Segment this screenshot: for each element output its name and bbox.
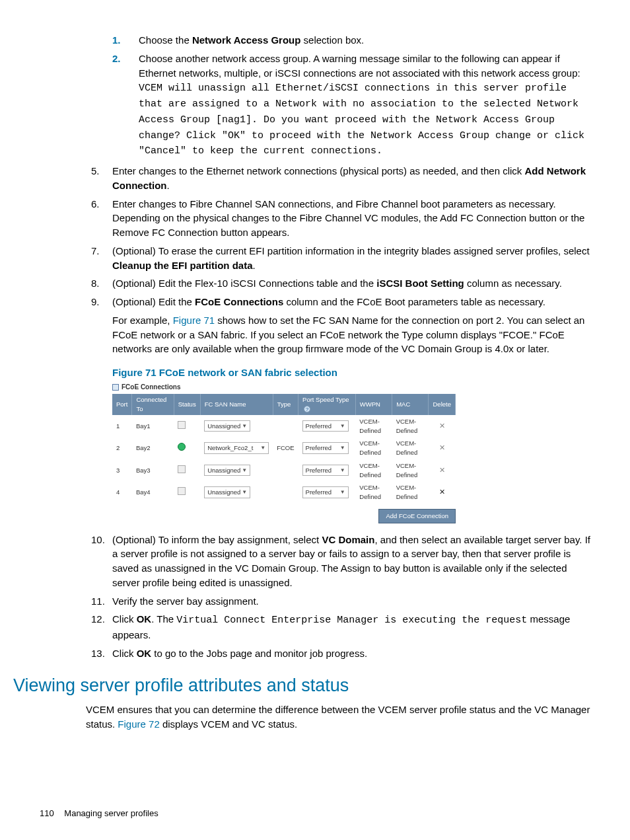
cell-status [174, 481, 200, 504]
cell-wwpn: VCEM-Defined [355, 437, 392, 459]
step: 13.Click OK to go to the Jobs page and m… [40, 646, 590, 661]
fcoe-panel-title: FCoE Connections [112, 383, 590, 393]
delete-icon[interactable]: ✕ [433, 465, 452, 476]
step-number: 6. [91, 197, 100, 211]
delete-icon[interactable]: ✕ [433, 487, 452, 498]
delete-icon[interactable]: ✕ [433, 421, 452, 432]
fcoe-col-header: Connected To [132, 394, 174, 415]
step: 12.Click OK. The Virtual Connect Enterpr… [40, 612, 590, 642]
figure-71: FCoE Connections PortConnected ToStatusF… [112, 383, 590, 523]
fcoe-col-header: Delete [429, 394, 456, 415]
fcoe-col-header: Status [174, 394, 200, 415]
step-list-b: 10.(Optional) To inform the bay assignme… [40, 533, 590, 661]
step-content: (Optional) To erase the current EFI part… [112, 244, 590, 273]
step: 7.(Optional) To erase the current EFI pa… [40, 244, 590, 273]
panel-icon [112, 384, 119, 391]
cell-connected-to: Bay4 [132, 481, 174, 504]
step-number: 13. [91, 646, 105, 661]
port-speed-dropdown[interactable]: Preferred▼ [302, 420, 349, 432]
outer-list: 1.Choose the Network Access Group select… [40, 33, 590, 159]
fcoe-col-header: Port Speed Type? [298, 394, 356, 415]
cell-status [174, 459, 200, 482]
step-list-a: 5.Enter changes to the Ethernet network … [40, 164, 590, 356]
cell-connected-to: Bay3 [132, 459, 174, 482]
fcoe-row: 3Bay3Unassigned▼Preferred▼VCEM-DefinedVC… [112, 459, 456, 482]
chevron-down-icon: ▼ [242, 467, 247, 475]
san-name-dropdown[interactable]: Unassigned▼ [204, 465, 250, 477]
cell-type: FCOE [273, 437, 298, 459]
cell-status [174, 437, 200, 459]
footer-title: Managing server profiles [64, 808, 158, 818]
cell-wwpn: VCEM-Defined [355, 459, 392, 482]
cell-port-speed: Preferred▼ [298, 481, 356, 504]
fcoe-col-header: FC SAN Name [200, 394, 273, 415]
step-4-substeps-container: 1.Choose the Network Access Group select… [40, 33, 590, 159]
step: 9.(Optional) Edit the FCoE Connections c… [40, 295, 590, 356]
cell-mac: VCEM-Defined [392, 415, 429, 438]
step-content: (Optional) Edit the FCoE Connections col… [112, 295, 590, 356]
port-speed-dropdown[interactable]: Preferred▼ [302, 442, 349, 454]
section-heading: Viewing server profile attributes and st… [13, 673, 590, 699]
step-content: Enter changes to the Ethernet network co… [112, 164, 590, 193]
page-number: 110 [40, 808, 54, 818]
cell-port: 2 [112, 437, 132, 459]
sub-step: 2.Choose another network access group. A… [112, 52, 590, 159]
fcoe-table: PortConnected ToStatusFC SAN NameTypePor… [112, 394, 456, 504]
cell-wwpn: VCEM-Defined [355, 415, 392, 438]
chevron-down-icon: ▼ [340, 422, 345, 430]
sub-step-content: Choose the Network Access Group selectio… [139, 33, 590, 48]
panel-title-text: FCoE Connections [122, 383, 180, 393]
add-fcoe-connection-button[interactable]: Add FCoE Connection [378, 509, 456, 523]
section-body: VCEM ensures that you can determine the … [40, 703, 590, 732]
step-number: 10. [91, 533, 105, 547]
figure-caption: Figure 71 FCoE network or SAN fabric sel… [112, 365, 590, 380]
step-number: 12. [91, 612, 105, 627]
fcoe-col-header: WWPN [355, 394, 392, 415]
port-speed-dropdown[interactable]: Preferred▼ [302, 486, 349, 498]
fcoe-row: 1Bay1Unassigned▼Preferred▼VCEM-DefinedVC… [112, 415, 456, 438]
status-unknown-icon [178, 465, 186, 473]
cell-port-speed: Preferred▼ [298, 415, 356, 438]
step-number: 9. [91, 295, 100, 309]
fcoe-col-header: MAC [392, 394, 429, 415]
fcoe-col-header: Type [273, 394, 298, 415]
cell-delete: ✕ [429, 481, 456, 504]
port-speed-dropdown[interactable]: Preferred▼ [302, 465, 349, 477]
status-ok-icon [178, 443, 186, 451]
chevron-down-icon: ▼ [242, 488, 247, 496]
cell-connected-to: Bay2 [132, 437, 174, 459]
step: 5.Enter changes to the Ethernet network … [40, 164, 590, 193]
status-unknown-icon [178, 421, 186, 429]
step-content: (Optional) Edit the Flex-10 iSCSI Connec… [112, 276, 590, 291]
san-name-dropdown[interactable]: Network_Fco2_t▼ [204, 442, 269, 454]
fcoe-table-header-row: PortConnected ToStatusFC SAN NameTypePor… [112, 394, 456, 415]
cell-san-name: Unassigned▼ [200, 481, 273, 504]
step-number: 5. [91, 164, 100, 178]
cell-wwpn: VCEM-Defined [355, 481, 392, 504]
help-icon[interactable]: ? [304, 406, 310, 412]
delete-icon[interactable]: ✕ [433, 443, 452, 453]
step-content: Enter changes to Fibre Channel SAN conne… [112, 197, 590, 240]
cell-port: 3 [112, 459, 132, 482]
fcoe-col-header: Port [112, 394, 132, 415]
chevron-down-icon: ▼ [340, 488, 345, 496]
step-number: 8. [91, 276, 100, 291]
fcoe-row: 2Bay2Network_Fco2_t▼FCOEPreferred▼VCEM-D… [112, 437, 456, 459]
cell-san-name: Unassigned▼ [200, 415, 273, 438]
cell-port-speed: Preferred▼ [298, 437, 356, 459]
sub-step-list: 1.Choose the Network Access Group select… [112, 33, 590, 159]
step-number: 11. [91, 594, 105, 609]
sub-step-number: 2. [112, 52, 121, 66]
step-content: Click OK. The Virtual Connect Enterprise… [112, 612, 590, 642]
cell-type [273, 415, 298, 438]
step: 6.Enter changes to Fibre Channel SAN con… [40, 197, 590, 240]
cell-type [273, 481, 298, 504]
chevron-down-icon: ▼ [340, 467, 345, 475]
chevron-down-icon: ▼ [260, 444, 265, 452]
san-name-dropdown[interactable]: Unassigned▼ [204, 486, 250, 498]
cell-mac: VCEM-Defined [392, 459, 429, 482]
page-footer: 110 Managing server profiles [40, 808, 158, 820]
step-content: (Optional) To inform the bay assignment,… [112, 533, 590, 590]
san-name-dropdown[interactable]: Unassigned▼ [204, 420, 250, 432]
cell-port: 1 [112, 415, 132, 438]
